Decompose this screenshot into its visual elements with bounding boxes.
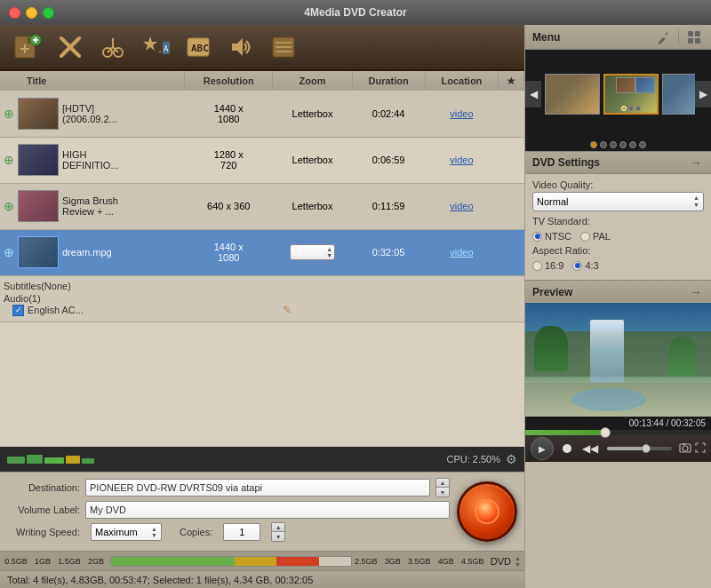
video-link-3[interactable]: video	[450, 201, 473, 211]
write-speed-select[interactable]: Maximum ▲ ▼	[91, 523, 162, 541]
dvd-settings-expand-arrow[interactable]: →	[688, 155, 704, 171]
file-name-4: dream.mpg	[62, 247, 112, 258]
zoom-down-arrow[interactable]: ▼	[326, 252, 332, 258]
table-row[interactable]: ⊕ HIGH DEFINITIO... 1280 x720 Letterbox …	[0, 137, 524, 183]
effect-button[interactable]: - A	[139, 30, 172, 64]
video-link-2[interactable]: video	[450, 155, 473, 165]
audio-checkbox[interactable]: ✓	[12, 305, 24, 316]
destination-input[interactable]	[85, 479, 430, 497]
menu-dot-1[interactable]	[590, 141, 597, 148]
menu-dot-6[interactable]	[639, 141, 646, 148]
pal-radio[interactable]: PAL	[580, 231, 611, 242]
cell-title-2: ⊕ HIGH DEFINITIO...	[0, 137, 185, 183]
svg-rect-28	[688, 38, 693, 44]
dvd-settings-title: DVD Settings	[532, 156, 688, 169]
table-row[interactable]: ⊕ Sigma Brush Review + ... 640 x 360 Let…	[0, 183, 524, 229]
row-add-icon-2[interactable]: ⊕	[4, 153, 14, 167]
audio-section: Audio(1) ✓ English AC... ✎	[4, 293, 517, 316]
volume-thumb[interactable]	[642, 444, 651, 453]
thumb-2	[18, 144, 59, 176]
svg-rect-32	[683, 443, 685, 445]
preview-progress-bar[interactable]	[525, 430, 711, 435]
minimize-button[interactable]	[26, 7, 37, 19]
cell-dur-1: 0:02:44	[352, 91, 425, 137]
burn-button[interactable]	[457, 481, 517, 542]
edit-audio-icon[interactable]: ✎	[283, 304, 292, 316]
menu-prev-button[interactable]: ◀	[525, 81, 541, 107]
aspect-4-3-radio[interactable]: 4:3	[572, 260, 598, 271]
dvd-format-spinner: ▲ ▼	[515, 555, 521, 568]
video-link-1[interactable]: video	[450, 108, 473, 119]
cell-loc-2: video	[425, 137, 499, 183]
maximize-button[interactable]	[43, 7, 54, 19]
capacity-bar-container: 0.5GB 1GB 1.5GB 2GB 2.5GB 3GB 3.5GB 4GB …	[0, 551, 524, 570]
dvd-down[interactable]: ▼	[515, 561, 521, 568]
zoom-dropdown-4[interactable]: Letterb ▲ ▼	[290, 244, 335, 260]
cap-3gb: 3GB	[380, 557, 405, 566]
current-time: 00:13:44 / 00:32:05	[629, 418, 706, 428]
cell-zoom-2: Letterbox	[273, 137, 352, 183]
copies-input[interactable]	[223, 523, 260, 541]
menu-dot-5[interactable]	[629, 141, 636, 148]
volume-slider[interactable]	[607, 447, 672, 450]
cell-dur-4: 0:32:05	[352, 229, 425, 275]
menu-settings-icon[interactable]	[653, 28, 673, 47]
remove-button[interactable]	[53, 30, 87, 64]
screenshot-icon[interactable]	[679, 442, 691, 455]
menu-thumb-2[interactable]	[603, 74, 659, 115]
menu-next-button[interactable]: ▶	[695, 81, 711, 107]
menu-dot-2[interactable]	[600, 141, 607, 148]
text-button[interactable]: ABC	[181, 30, 215, 64]
scissors-icon	[100, 35, 125, 60]
row-add-icon-1[interactable]: ⊕	[4, 107, 14, 121]
aspect-16-9-circle	[532, 261, 542, 271]
cut-button[interactable]	[96, 30, 130, 64]
settings-icon[interactable]: ⚙	[506, 452, 517, 466]
list-view-button[interactable]	[267, 30, 300, 64]
table-row-selected[interactable]: ⊕ dream.mpg 1440 x1080 Lette	[0, 229, 524, 275]
rewind-button[interactable]: ◀◀	[580, 439, 600, 458]
fullscreen-icon[interactable]	[695, 442, 706, 455]
copies-spin-up[interactable]: ▲	[272, 523, 284, 532]
menu-thumbs	[541, 70, 695, 118]
menu-dot-3[interactable]	[610, 141, 617, 148]
preview-expand-arrow[interactable]: →	[688, 284, 704, 300]
play-button[interactable]: ▶	[531, 437, 554, 460]
stop-button[interactable]	[557, 439, 577, 458]
cell-star-2	[499, 137, 524, 183]
table-row[interactable]: ⊕ [HDTV] (2006.09.2... 1440 x1080 Letter…	[0, 91, 524, 137]
video-link-4[interactable]: video	[450, 247, 473, 258]
cap-0-5gb: 0.5GB	[4, 557, 28, 566]
volume-label-input[interactable]	[85, 501, 450, 519]
zoom-up-arrow[interactable]: ▲	[326, 246, 332, 252]
menu-thumb-3[interactable]	[662, 74, 695, 115]
cap-4gb: 4GB	[434, 557, 459, 566]
volume-button[interactable]	[224, 30, 258, 64]
preview-progress-thumb[interactable]	[600, 427, 611, 438]
row-add-icon-3[interactable]: ⊕	[4, 199, 14, 213]
aspect-4-3-label: 4:3	[585, 260, 598, 271]
col-star: ★	[499, 71, 524, 91]
window-title: 4Media DVD Creator	[304, 6, 406, 19]
aspect-16-9-radio[interactable]: 16:9	[532, 260, 563, 271]
quality-down[interactable]: ▼	[693, 202, 699, 209]
expand-icon	[695, 442, 706, 453]
dvd-up[interactable]: ▲	[515, 555, 521, 561]
left-panel: - A ABC	[0, 25, 524, 588]
dest-spin-down[interactable]: ▼	[436, 488, 449, 497]
menu-dot-4[interactable]	[619, 141, 627, 148]
svg-point-31	[683, 446, 688, 451]
quality-up[interactable]: ▲	[693, 195, 699, 202]
speed-down-arrow[interactable]: ▼	[151, 532, 157, 538]
file-name-3b: Review + ...	[62, 206, 118, 217]
row-add-icon-4[interactable]: ⊕	[4, 245, 14, 259]
speed-up-arrow[interactable]: ▲	[151, 526, 157, 532]
menu-grid-icon[interactable]	[684, 28, 704, 47]
dest-spin-up[interactable]: ▲	[436, 479, 449, 488]
video-quality-select[interactable]: Normal ▲ ▼	[532, 192, 704, 211]
close-button[interactable]	[9, 7, 20, 19]
ntsc-radio[interactable]: NTSC	[532, 231, 571, 242]
add-file-button[interactable]	[11, 30, 44, 64]
copies-spin-down[interactable]: ▼	[272, 532, 284, 541]
menu-thumb-1[interactable]	[545, 74, 600, 115]
